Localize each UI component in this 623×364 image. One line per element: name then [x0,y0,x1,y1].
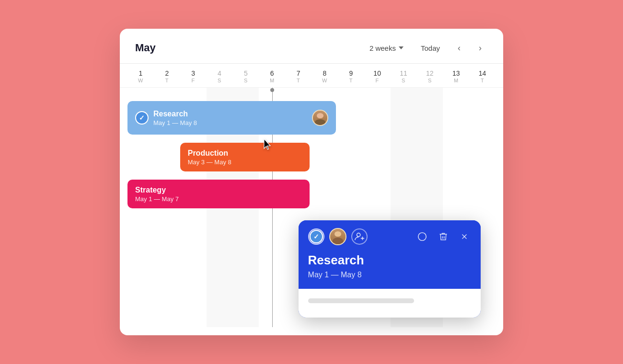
day-number-5: 5 [232,69,259,78]
day-number-9: 9 [338,69,364,78]
day-number-10: 10 [364,69,391,78]
day-number-12: 12 [416,69,443,78]
popup-avatar-head [335,231,341,237]
day-label-6: M [259,78,285,83]
day-number-1: 1 [127,69,154,78]
strategy-dates: May 1 — May 7 [135,195,302,203]
day-label-14: T [469,78,496,83]
day-label-1: W [127,78,154,83]
popup-left-actions: ✓ [308,228,368,245]
research-check[interactable]: ✓ [135,111,149,125]
day-label-11: S [391,78,417,83]
header-controls: 2 weeks Today ‹ › [364,40,488,56]
day-cell-5: 5 S [232,69,259,83]
view-label: 2 weeks [369,44,396,52]
day-label-3: F [180,78,207,83]
day-cell-4: 4 S [207,69,233,83]
day-cell-13: 13 M [443,69,469,83]
header-month: May [135,42,156,54]
day-number-14: 14 [469,69,496,78]
day-label-7: T [285,78,312,83]
day-number-13: 13 [443,69,469,78]
day-cell-7: 7 T [285,69,312,83]
popup-avatar [329,228,346,245]
today-button[interactable]: Today [415,41,446,55]
today-indicator [270,88,274,92]
research-dates: May 1 — May 8 [153,119,307,126]
day-label-4: S [207,78,233,83]
production-title: Production [188,148,302,158]
day-label-5: S [232,78,259,83]
popup-avatar-body [333,238,343,244]
popup-body [299,289,481,318]
checkmark-icon: ✓ [139,114,145,122]
production-task-bar[interactable]: Production May 3 — May 8 [180,143,310,171]
day-label-13: M [443,78,469,83]
day-number-11: 11 [391,69,417,78]
research-task-info: Research May 1 — May 8 [153,109,307,126]
popup-check-button[interactable]: ✓ [308,228,324,245]
calendar-header: May 2 weeks Today ‹ › [120,29,503,64]
popup-placeholder-text [308,298,414,303]
strategy-title: Strategy [135,185,302,194]
day-cell-3: 3 F [180,69,207,83]
prev-button[interactable]: ‹ [451,40,467,56]
day-number-8: 8 [312,69,338,78]
research-title: Research [153,109,307,118]
day-cell-1: 1 W [127,69,154,83]
day-label-9: T [338,78,364,83]
production-task-info: Production May 3 — May 8 [188,148,302,166]
popup-actions-row: ✓ [308,228,471,245]
day-number-7: 7 [285,69,312,78]
strategy-task-bar[interactable]: Strategy May 1 — May 7 [127,180,310,208]
production-dates: May 3 — May 8 [188,159,302,166]
day-label-2: T [154,78,180,83]
popup-right-actions [415,230,471,243]
research-task-bar[interactable]: ✓ Research May 1 — May 8 [127,101,336,135]
day-label-12: S [416,78,443,83]
popup-check-inner: ✓ [310,230,323,243]
popup-header: ✓ [299,220,481,289]
strategy-task-info: Strategy May 1 — May 7 [135,185,302,203]
day-number-4: 4 [207,69,233,78]
timeline-area: ✓ Research May 1 — May 8 Production May … [120,88,503,327]
calendar-container: May 2 weeks Today ‹ › 1 W 2 T 3 F 4 S [120,29,503,335]
delete-button[interactable] [437,230,450,243]
avatar-head [317,113,323,118]
next-button[interactable]: › [473,40,488,56]
svg-point-3 [418,233,426,241]
day-number-3: 3 [180,69,207,78]
day-cell-8: 8 W [312,69,338,83]
chevron-down-icon [399,46,404,49]
day-cell-10: 10 F [364,69,391,83]
popup-dates: May 1 — May 8 [308,271,471,279]
day-number-6: 6 [259,69,285,78]
view-selector[interactable]: 2 weeks [364,41,409,55]
popup-checkmark-icon: ✓ [313,233,319,240]
day-cell-12: 12 S [416,69,443,83]
add-person-button[interactable] [351,228,368,245]
circle-button[interactable] [415,230,429,243]
day-label-8: W [312,78,338,83]
day-cell-2: 2 T [154,69,180,83]
research-avatar [312,110,328,126]
day-number-2: 2 [154,69,180,78]
avatar-body [315,119,325,125]
task-popup: ✓ [299,220,481,318]
popup-title: Research [308,253,471,268]
day-label-10: F [364,78,391,83]
day-headers: 1 W 2 T 3 F 4 S 5 S 6 M 7 T 8 W [120,64,503,88]
day-cell-6: 6 M [259,69,285,83]
close-button[interactable] [458,230,471,243]
day-cell-11: 11 S [391,69,417,83]
svg-point-0 [357,233,360,236]
day-cell-14: 14 T [469,69,496,83]
day-cell-9: 9 T [338,69,364,83]
avatar-person [313,111,327,125]
popup-avatar-person [330,229,346,244]
